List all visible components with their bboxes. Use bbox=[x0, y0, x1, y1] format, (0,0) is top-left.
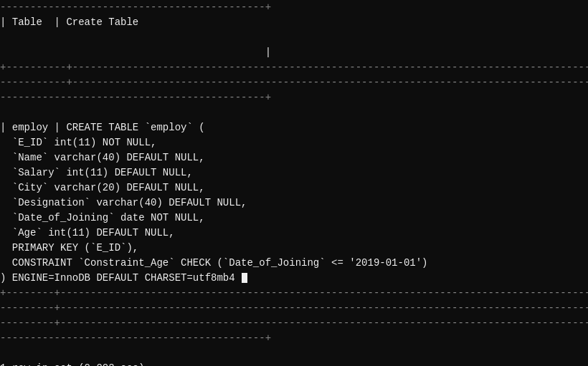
content-line-6: `Designation` varchar(40) DEFAULT NULL, bbox=[0, 196, 588, 211]
content-line-3: `Name` varchar(40) DEFAULT NULL, bbox=[0, 150, 588, 165]
dashed-bottom: +--------+------------------------------… bbox=[0, 286, 588, 301]
content-line-9: PRIMARY KEY (`E_ID`), bbox=[0, 241, 588, 256]
empty-line-2 bbox=[0, 105, 588, 120]
content-line-4: `Salary` int(11) DEFAULT NULL, bbox=[0, 165, 588, 180]
content-line-8: `Age` int(11) DEFAULT NULL, bbox=[0, 226, 588, 241]
dashed-mid: ----------------------------------------… bbox=[0, 90, 588, 105]
content-line-11: ) ENGINE=InnoDB DEFAULT CHARSET=utf8mb4 bbox=[0, 271, 588, 286]
empty-line-3 bbox=[0, 346, 588, 361]
content-line-7: `Date_of_Joining` date NOT NULL, bbox=[0, 211, 588, 226]
text-cursor bbox=[242, 273, 247, 283]
result-line: 1 row in set (0.002 sec) bbox=[0, 361, 588, 366]
cursor-line: | bbox=[0, 45, 588, 60]
content-line-5: `City` varchar(20) DEFAULT NULL, bbox=[0, 180, 588, 196]
dashed-full-2: -----------+----------------------------… bbox=[0, 75, 588, 90]
empty-line-1 bbox=[0, 30, 588, 45]
dashed-full-3: ---------+------------------------------… bbox=[0, 301, 588, 316]
content-line-10: CONSTRAINT `Constraint_Age` CHECK (`Date… bbox=[0, 256, 588, 271]
dashed-full-5: ----------------------------------------… bbox=[0, 331, 588, 346]
header-line: | Table | Create Table bbox=[0, 15, 588, 30]
dashed-full-4: ---------+------------------------------… bbox=[0, 316, 588, 331]
content-line-2: `E_ID` int(11) NOT NULL, bbox=[0, 135, 588, 150]
dashed-line-1: ----------------------------------------… bbox=[0, 0, 588, 15]
terminal-window: ----------------------------------------… bbox=[0, 0, 588, 366]
dashed-full-1: +----------+----------------------------… bbox=[0, 60, 588, 75]
content-line-1: | employ | CREATE TABLE `employ` ( bbox=[0, 120, 588, 135]
